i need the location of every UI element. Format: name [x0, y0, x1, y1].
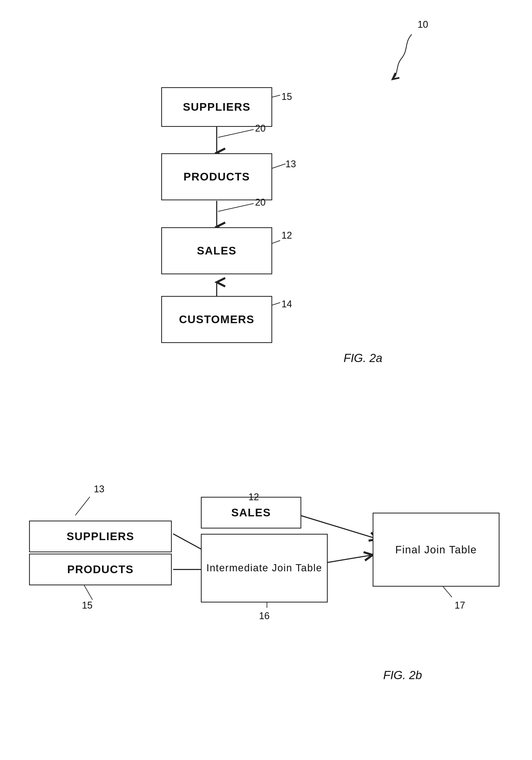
products-box-2a: PRODUCTS: [161, 153, 272, 200]
fig-2a-label: FIG. 2a: [344, 352, 382, 365]
ref-12-2a: 12: [281, 230, 292, 241]
ref-10: 10: [417, 19, 428, 30]
customers-box-2a: CUSTOMERS: [161, 296, 272, 343]
suppliers-box-2a: SUPPLIERS: [161, 87, 272, 127]
ref-13-2a: 13: [285, 159, 296, 170]
suppliers-box-2b: SUPPLIERS: [29, 521, 172, 552]
svg-line-11: [325, 555, 373, 563]
svg-line-3: [218, 204, 254, 212]
ref-15-2b: 15: [82, 600, 92, 611]
ref-20-1: 20: [255, 123, 266, 134]
fig-2b-label: FIG. 2b: [383, 669, 422, 682]
ref-14-2a: 14: [281, 299, 292, 310]
ref-13-2b: 13: [94, 484, 104, 495]
ref-12-2b: 12: [248, 492, 259, 502]
ref-15-2a: 15: [281, 91, 292, 102]
svg-line-13: [75, 497, 90, 515]
intermediate-join-table-box: Intermediate Join Table: [201, 534, 328, 602]
ref-20-2: 20: [255, 197, 266, 208]
final-join-table-box: Final Join Table: [373, 513, 500, 587]
ref-16-2b: 16: [259, 610, 269, 622]
products-box-2b: PRODUCTS: [29, 554, 172, 585]
page: 10: [0, 0, 532, 760]
ref-17-2b: 17: [455, 600, 465, 611]
sales-box-2a: SALES: [161, 227, 272, 274]
svg-line-1: [218, 129, 254, 137]
